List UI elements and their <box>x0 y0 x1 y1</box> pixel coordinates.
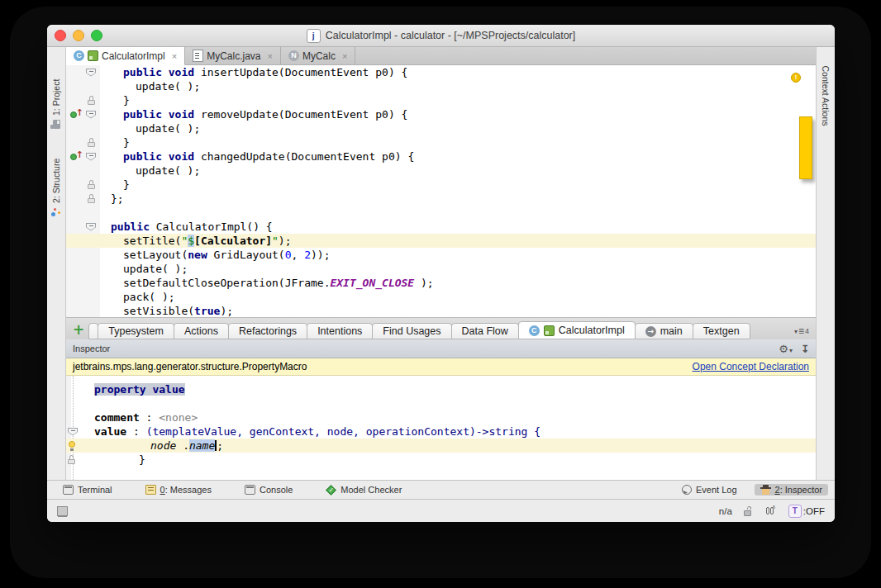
fold-marker-icon[interactable] <box>86 111 96 119</box>
code-editor[interactable]: public void insertUpdate(DocumentEvent p… <box>66 65 816 317</box>
editor-tab-calculatorimpl[interactable]: CalculatorImpl× <box>66 47 185 65</box>
aspect-tab-refactorings[interactable]: Refactorings <box>228 323 307 339</box>
aspect-tab-textgen[interactable]: Textgen <box>693 323 750 339</box>
tab-label: CalculatorImpl <box>102 50 165 62</box>
code-line[interactable] <box>66 396 816 410</box>
code-line[interactable]: update( ); <box>66 164 816 178</box>
code-line[interactable]: update( ); <box>66 79 816 93</box>
code-line[interactable]: comment : <none> <box>66 410 816 424</box>
left-tool-stripe: 1: Project 2: Structure <box>47 47 66 480</box>
code-line[interactable]: setDefaultCloseOperation(JFrame.EXIT_ON_… <box>66 276 816 290</box>
class-c-icon <box>529 325 540 336</box>
hide-panel-icon[interactable] <box>801 341 809 356</box>
aspect-tab-calculatorimpl[interactable]: CalculatorImpl <box>518 321 636 339</box>
tab-label: Find Usages <box>383 325 440 337</box>
code-text: update( ); <box>100 80 200 92</box>
toolwindow-button-label: Console <box>260 485 293 495</box>
tool-button-context-actions[interactable]: Context Actions <box>817 50 834 141</box>
highlighting-level-icon[interactable] <box>764 505 777 516</box>
code-text: } <box>84 453 145 466</box>
code-line[interactable]: update( ); <box>66 121 816 135</box>
fold-marker-icon[interactable] <box>68 428 78 436</box>
code-line[interactable]: } <box>66 178 816 192</box>
code-line[interactable]: update( ); <box>66 262 816 276</box>
tool-button-structure[interactable]: 2: Structure <box>48 143 64 217</box>
app-icon: j <box>307 29 321 43</box>
code-line[interactable]: setVisible(true); <box>66 304 816 317</box>
fold-marker-icon[interactable] <box>86 223 96 231</box>
console-icon <box>245 485 255 495</box>
node-n-icon <box>288 50 299 61</box>
concept-bar: jetbrains.mps.lang.generator.structure.P… <box>66 358 816 376</box>
typesystem-status[interactable]: T :OFF <box>788 505 825 518</box>
code-line[interactable]: }; <box>66 192 816 206</box>
tool-button-project[interactable]: 1: Project <box>48 55 64 129</box>
code-line[interactable]: public CalculatorImpl() { <box>66 220 816 234</box>
aspect-tab-data-flow[interactable]: Data Flow <box>451 323 519 339</box>
inspector-editor[interactable]: property valuecomment : <none>value : (t… <box>66 376 816 480</box>
toolwindow-button-model-checker[interactable]: Model Checker <box>320 484 407 496</box>
aspect-tab-typesystem[interactable]: Typesystem <box>98 323 174 339</box>
intention-bulb-icon[interactable] <box>68 441 77 451</box>
code-line[interactable]: setLayout(new GridLayout(0, 2)); <box>66 248 816 262</box>
toolwindow-button-terminal[interactable]: Terminal <box>57 484 118 496</box>
hidden-tab-count: 4 <box>805 327 809 335</box>
close-icon[interactable]: × <box>268 51 273 61</box>
terminal-icon <box>63 485 74 495</box>
window-titlebar[interactable]: j CalculatorImpl - calculator - [~/MPSPr… <box>47 25 835 47</box>
code-line[interactable]: public void changedUpdate(DocumentEvent … <box>66 149 816 164</box>
toolwindow-button-0-messages[interactable]: 0: Messages <box>140 484 217 496</box>
error-stripe-warning-mark[interactable] <box>799 116 812 179</box>
implementing-method-icon[interactable] <box>70 152 84 162</box>
code-analysis-warning-icon[interactable] <box>791 73 801 83</box>
lock-open-icon[interactable] <box>744 506 753 516</box>
implementing-method-icon[interactable] <box>70 110 84 120</box>
code-line[interactable] <box>66 206 816 220</box>
code-line[interactable]: pack( ); <box>66 290 816 304</box>
toolwindow-button-label: 0: Messages <box>160 485 212 495</box>
open-concept-declaration-link[interactable]: Open Concept Declaration <box>693 361 809 372</box>
aspect-tab-find-usages[interactable]: Find Usages <box>372 323 451 339</box>
toolwindow-button-console[interactable]: Console <box>239 484 298 496</box>
code-text: setVisible(true); <box>100 305 233 317</box>
gutter <box>66 79 100 93</box>
fold-marker-icon[interactable] <box>86 153 96 161</box>
gutter <box>66 121 100 135</box>
project-icon <box>53 120 60 129</box>
code-text: update( ); <box>100 164 200 177</box>
editor-tab-mycalc-java[interactable]: MyCalc.java× <box>185 47 281 64</box>
code-line[interactable]: } <box>66 93 816 107</box>
add-aspect-button[interactable]: + <box>73 320 84 339</box>
close-window-button[interactable] <box>55 30 66 41</box>
code-line[interactable]: value : (templateValue, genContext, node… <box>66 424 816 439</box>
messages-icon <box>145 485 156 495</box>
editor-tab-mycalc[interactable]: MyCalc× <box>281 47 355 64</box>
window-controls <box>55 25 102 46</box>
code-line[interactable]: } <box>66 135 816 149</box>
hector-icon <box>760 485 771 495</box>
gutter <box>66 220 100 234</box>
hidden-tabs-dropdown[interactable]: ▾≡4 <box>794 325 809 337</box>
toolwindow-toggle-icon[interactable] <box>57 506 68 516</box>
aspect-tab-actions[interactable]: Actions <box>174 323 229 339</box>
code-line[interactable]: public void removeUpdate(DocumentEvent p… <box>66 107 816 121</box>
toolwindow-button-2-inspector[interactable]: 2: Inspector <box>755 484 828 496</box>
zoom-window-button[interactable] <box>91 30 102 41</box>
toolwindow-button-event-log[interactable]: Event Log <box>676 484 743 496</box>
code-line[interactable]: public void insertUpdate(DocumentEvent p… <box>66 65 816 79</box>
gutter <box>66 65 100 79</box>
code-line[interactable]: property value <box>66 382 816 396</box>
tool-button-label: 2: Structure <box>51 159 61 203</box>
typesystem-state: :OFF <box>803 506 825 516</box>
lock-icon <box>68 455 76 464</box>
gear-icon[interactable] <box>779 341 793 356</box>
code-line[interactable]: node .name; <box>66 439 816 453</box>
minimize-window-button[interactable] <box>73 30 84 41</box>
close-icon[interactable]: × <box>172 51 177 61</box>
close-icon[interactable]: × <box>342 51 347 61</box>
aspect-tab-intentions[interactable]: Intentions <box>307 323 373 339</box>
fold-marker-icon[interactable] <box>86 69 96 77</box>
code-line[interactable]: setTitle("$[Calculator]"); <box>66 234 816 248</box>
code-line[interactable]: } <box>66 453 816 467</box>
aspect-tab-main[interactable]: main <box>635 323 693 339</box>
